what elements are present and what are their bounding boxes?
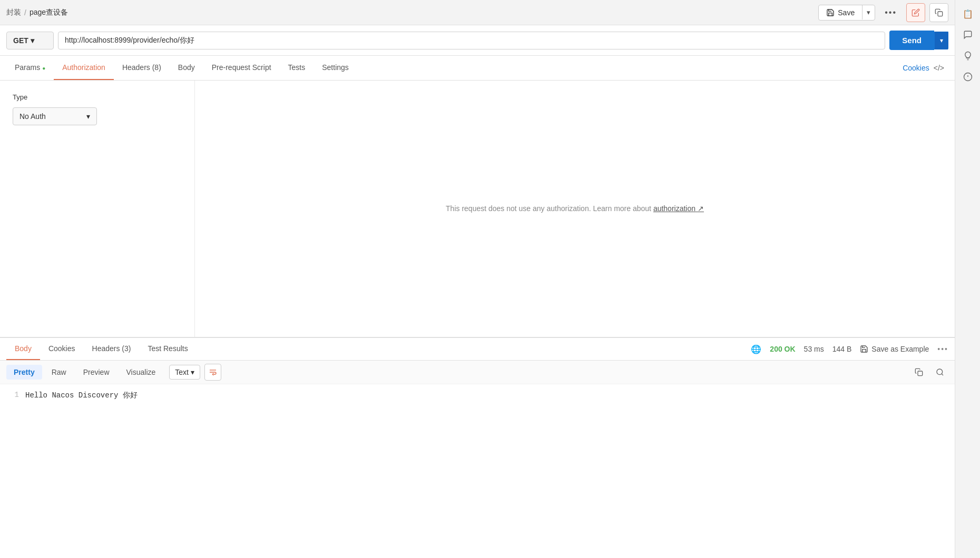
top-bar: 封装 / page查设备 Save ▾ ••• (0, 0, 955, 25)
method-select[interactable]: GET ▾ (6, 32, 54, 49)
wrap-button[interactable] (204, 364, 221, 381)
copy-response-button[interactable] (910, 364, 927, 381)
copy-icon (935, 8, 943, 17)
save-example-icon (860, 345, 868, 353)
comments-icon[interactable] (958, 25, 977, 44)
save-button[interactable]: Save (819, 5, 862, 20)
svg-line-9 (942, 374, 943, 375)
auth-left-panel: Type No Auth ▾ (0, 81, 195, 337)
svg-rect-7 (918, 371, 923, 376)
text-format-label: Text (175, 368, 189, 376)
top-actions: Save ▾ ••• (818, 3, 948, 22)
wrap-icon (209, 368, 217, 376)
tab-headers[interactable]: Headers (8) (114, 56, 170, 80)
code-icon[interactable]: </> (929, 56, 948, 79)
response-tab-test-results[interactable]: Test Results (139, 338, 196, 360)
main-content: 封装 / page查设备 Save ▾ ••• (0, 0, 955, 558)
save-icon (826, 8, 835, 17)
tab-settings[interactable]: Settings (313, 56, 357, 80)
copy-response-icon (915, 368, 923, 376)
save-label: Save (838, 8, 855, 17)
save-example-button[interactable]: Save as Example (860, 345, 929, 353)
save-dropdown-button[interactable]: ▾ (862, 5, 875, 19)
bulb-icon[interactable] (958, 46, 977, 65)
auth-message: This request does not use any authorizat… (446, 203, 704, 214)
response-tabs-bar: Body Cookies Headers (3) Test Results 🌐 … (0, 338, 955, 361)
tab-authorization[interactable]: Authorization (54, 56, 114, 80)
format-tab-raw[interactable]: Raw (44, 365, 74, 380)
breadcrumb-parent[interactable]: 封装 (6, 8, 21, 17)
line-number: 1 (8, 391, 19, 400)
response-status: 🌐 200 OK 53 ms 144 B Save as Example ••• (751, 340, 948, 358)
globe-icon: 🌐 (751, 344, 761, 354)
response-tab-body[interactable]: Body (6, 338, 40, 360)
tab-prerequest[interactable]: Pre-request Script (203, 56, 280, 80)
copy-button[interactable] (929, 3, 948, 22)
response-body: 1 Hello Nacos Discovery 你好 (0, 384, 955, 558)
edit-icon (912, 8, 920, 17)
search-icon (936, 368, 944, 376)
svg-point-8 (937, 369, 943, 375)
right-sidebar: 📋 (955, 0, 980, 558)
response-tab-headers[interactable]: Headers (3) (84, 338, 140, 360)
type-label: Type (13, 93, 182, 101)
response-more-button[interactable]: ••• (937, 345, 948, 353)
response-tab-cookies[interactable]: Cookies (40, 338, 84, 360)
send-dropdown-button[interactable]: ▾ (934, 32, 948, 49)
format-tab-pretty[interactable]: Pretty (6, 365, 42, 380)
code-line-1: 1 Hello Nacos Discovery 你好 (8, 391, 946, 400)
cookies-link[interactable]: Cookies (903, 56, 929, 79)
format-tab-visualize[interactable]: Visualize (119, 365, 163, 380)
auth-right-panel: This request does not use any authorizat… (195, 81, 955, 337)
url-bar: GET ▾ Send ▾ (0, 25, 955, 56)
tab-tests[interactable]: Tests (280, 56, 314, 80)
format-bar: Pretty Raw Preview Visualize Text ▾ (0, 361, 955, 384)
svg-rect-5 (938, 12, 943, 16)
text-format-select[interactable]: Text ▾ (169, 365, 200, 380)
doc-icon[interactable]: 📋 (958, 4, 977, 23)
response-area: Body Cookies Headers (3) Test Results 🌐 … (0, 337, 955, 558)
authorization-link[interactable]: authorization ↗ (653, 204, 704, 213)
format-right-actions (910, 364, 948, 381)
text-format-chevron: ▾ (191, 368, 194, 376)
auth-type-chevron: ▾ (86, 112, 90, 121)
breadcrumb: 封装 / page查设备 (6, 8, 68, 17)
tab-params[interactable]: Params ● (6, 56, 54, 80)
send-btn-group: Send ▾ (889, 31, 948, 50)
more-options-button[interactable]: ••• (879, 5, 902, 21)
status-time: 53 ms (804, 345, 824, 353)
request-tabs-bar: Params ● Authorization Headers (8) Body … (0, 56, 955, 81)
send-button[interactable]: Send (889, 31, 934, 50)
line-content: Hello Nacos Discovery 你好 (25, 391, 138, 400)
method-label: GET (13, 36, 28, 45)
save-btn-group: Save ▾ (818, 5, 875, 21)
info-icon[interactable] (958, 67, 977, 86)
url-input[interactable] (58, 32, 885, 49)
auth-content: Type No Auth ▾ This request does not use… (0, 81, 955, 337)
edit-button[interactable] (906, 3, 925, 22)
tab-body[interactable]: Body (170, 56, 203, 80)
breadcrumb-current: page查设备 (30, 8, 68, 17)
format-tab-preview[interactable]: Preview (76, 365, 117, 380)
auth-type-value: No Auth (19, 112, 46, 121)
status-size: 144 B (832, 345, 852, 353)
params-dot: ● (42, 65, 45, 71)
search-response-button[interactable] (932, 364, 948, 381)
breadcrumb-separator: / (24, 8, 26, 17)
auth-type-select[interactable]: No Auth ▾ (13, 107, 97, 125)
method-chevron: ▾ (31, 36, 34, 45)
status-ok: 200 OK (770, 345, 795, 353)
